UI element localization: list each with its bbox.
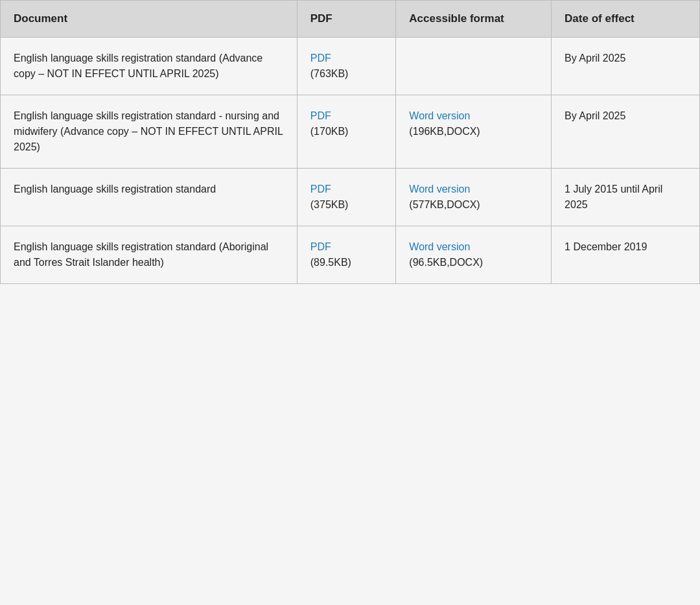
cell-document-1: English language skills registration sta… [1,95,298,169]
accessible-link-2[interactable]: Word version [409,184,470,195]
cell-document-3: English language skills registration sta… [1,226,298,284]
header-date: Date of effect [552,1,700,38]
table-row: English language skills registration sta… [1,169,700,226]
table-row: English language skills registration sta… [1,38,700,95]
pdf-size-0: (763KB) [310,68,349,79]
cell-accessible-2[interactable]: Word version(577KB,DOCX) [396,169,552,226]
cell-date-0: By April 2025 [552,38,700,95]
cell-date-2: 1 July 2015 until April 2025 [552,169,700,226]
header-accessible: Accessible format [396,1,552,38]
table-row: English language skills registration sta… [1,226,700,284]
pdf-size-1: (170KB) [310,126,349,137]
pdf-link-1[interactable]: PDF [310,110,331,121]
cell-document-2: English language skills registration sta… [1,169,298,226]
cell-date-1: By April 2025 [552,95,700,169]
accessible-size-1: (196KB,DOCX) [409,126,480,137]
accessible-link-1[interactable]: Word version [409,110,470,121]
cell-document-0: English language skills registration sta… [1,38,298,95]
cell-pdf-1[interactable]: PDF(170KB) [297,95,396,169]
cell-pdf-0[interactable]: PDF(763KB) [297,38,396,95]
table-header-row: Document PDF Accessible format Date of e… [1,1,700,38]
header-document: Document [1,1,298,38]
accessible-size-3: (96.5KB,DOCX) [409,257,483,268]
pdf-size-3: (89.5KB) [310,257,351,268]
cell-accessible-1[interactable]: Word version(196KB,DOCX) [396,95,552,169]
accessible-size-2: (577KB,DOCX) [409,199,480,210]
cell-pdf-3[interactable]: PDF(89.5KB) [297,226,396,284]
table-wrapper: Document PDF Accessible format Date of e… [0,0,700,284]
pdf-link-3[interactable]: PDF [310,241,331,252]
documents-table: Document PDF Accessible format Date of e… [0,0,700,284]
cell-date-3: 1 December 2019 [552,226,700,284]
cell-pdf-2[interactable]: PDF(375KB) [297,169,396,226]
pdf-size-2: (375KB) [310,199,349,210]
cell-accessible-0 [396,38,552,95]
table-row: English language skills registration sta… [1,95,700,169]
header-pdf: PDF [297,1,396,38]
pdf-link-2[interactable]: PDF [310,184,331,195]
cell-accessible-3[interactable]: Word version(96.5KB,DOCX) [396,226,552,284]
accessible-link-3[interactable]: Word version [409,241,470,252]
pdf-link-0[interactable]: PDF [310,53,331,64]
